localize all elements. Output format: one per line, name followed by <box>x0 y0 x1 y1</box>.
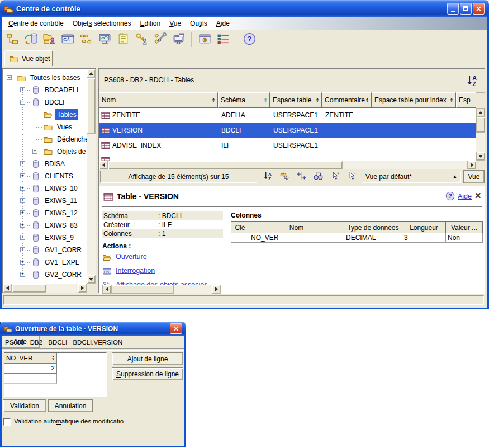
expand-icon[interactable]: + <box>20 173 25 178</box>
menu-item[interactable]: Vue <box>165 18 186 29</box>
column-header-esp[interactable]: Esp <box>456 92 476 108</box>
customize-columns-button[interactable] <box>293 171 310 183</box>
configuration-button[interactable] <box>153 32 168 47</box>
tree-item-label[interactable]: GV1_CORR <box>43 244 83 256</box>
tree-vscroll-up-button[interactable] <box>87 69 96 78</box>
expand-icon[interactable]: + <box>20 272 25 277</box>
list-hscroll-left-button[interactable] <box>99 161 108 169</box>
filter-button[interactable] <box>276 171 293 183</box>
expand-icon[interactable]: + <box>20 87 25 92</box>
column-header-commentaire[interactable]: Commentaire▲▼ <box>322 92 372 108</box>
expand-icon[interactable]: + <box>20 210 25 215</box>
delete-row-button[interactable]: Suppression de ligne <box>112 367 183 380</box>
list-hscroll-thumb[interactable] <box>108 161 343 169</box>
select-all-button[interactable] <box>326 171 343 183</box>
titlebar[interactable]: Centre de contrôle ✕ <box>0 0 489 17</box>
expand-icon[interactable]: + <box>20 198 25 203</box>
view-button[interactable]: Vue <box>463 170 485 183</box>
tools-setting-button[interactable] <box>197 32 212 47</box>
menu-item[interactable]: Centre de contrôle <box>4 18 68 29</box>
tree-hscroll-thumb[interactable] <box>12 284 46 293</box>
column-header-espace-table-pour-index[interactable]: Espace table pour index▲▼ <box>372 92 456 108</box>
tree-item-label[interactable]: GV1_EXPL <box>43 257 80 268</box>
expand-icon[interactable]: + <box>20 247 25 252</box>
detail-hscroll-thumb[interactable] <box>111 285 174 294</box>
task-center-button[interactable] <box>42 32 57 47</box>
table-row[interactable]: ADVISE_INDEXILFUSERSPACE1 <box>99 138 476 153</box>
expand-icon[interactable]: + <box>32 149 37 154</box>
tree-item[interactable]: +EXIWS_10 <box>3 182 87 195</box>
tree-vscroll-down-button[interactable] <box>87 275 96 284</box>
menu-item[interactable]: Edition <box>135 18 165 29</box>
action-link[interactable]: Ouverture <box>116 253 147 261</box>
tree-vscroll-thumb[interactable] <box>87 78 96 134</box>
commit-button[interactable]: Validation <box>3 399 46 412</box>
control-center-button[interactable] <box>5 32 20 47</box>
deselect-all-button[interactable] <box>343 171 360 183</box>
maximize-button[interactable] <box>460 3 472 15</box>
detail-hscroll-right-button[interactable] <box>212 285 221 294</box>
auto-commit-checkbox[interactable] <box>3 418 11 426</box>
grid-cell[interactable] <box>4 374 57 384</box>
list-vscroll-down-button[interactable] <box>476 152 485 161</box>
column-header-sch-ma[interactable]: Schéma▲▼ <box>218 92 270 108</box>
tree-item-label[interactable]: Déclenche <box>55 134 87 145</box>
tree-item[interactable]: +GV1_EXPL <box>3 256 87 268</box>
menu-item[interactable]: Objets sélectionnés <box>68 18 136 29</box>
tree-item-label[interactable]: BDISA <box>43 158 67 169</box>
collapse-icon[interactable]: − <box>20 100 25 105</box>
expand-icon[interactable]: + <box>20 186 25 191</box>
list-vscroll-thumb[interactable] <box>476 117 485 133</box>
list-hscroll-right-button[interactable] <box>467 161 476 169</box>
tree-item-label[interactable]: Toutes les bases <box>29 72 82 83</box>
tree-item-label[interactable]: EXIWS_83 <box>43 220 79 231</box>
tree-item[interactable]: +EXIWS_11 <box>3 195 87 207</box>
menu-item[interactable]: Outils <box>186 18 212 29</box>
detail-hscroll-left-button[interactable] <box>102 285 111 294</box>
menu-item[interactable]: Aide <box>212 18 234 29</box>
tree-item[interactable]: +BDISA <box>3 158 87 170</box>
grid-cell[interactable]: 2 <box>4 364 57 374</box>
replication-center-button[interactable] <box>23 32 39 47</box>
help-button[interactable]: ? <box>242 32 257 47</box>
tree-item[interactable]: Tables <box>3 109 87 121</box>
grid-column-header[interactable]: NO_VER ▲▼ <box>4 353 57 364</box>
legend-button[interactable] <box>216 32 231 47</box>
tree-hscroll-left-button[interactable] <box>3 284 12 293</box>
command-editor-button[interactable]: C:\ <box>60 32 75 47</box>
column-header-nom[interactable]: Nom▲▼ <box>99 92 218 108</box>
tree-item[interactable]: −Toutes les bases <box>3 72 87 84</box>
tree-item[interactable]: +BDCADELI <box>3 84 87 96</box>
tree-item-label[interactable]: EXIWS_11 <box>43 195 79 206</box>
tree-item[interactable]: +GV1_CORR <box>3 244 87 256</box>
sort-az-button[interactable]: AZ <box>259 171 276 183</box>
tree-item[interactable]: Déclenche <box>3 133 87 145</box>
information-center-button[interactable] <box>171 32 186 47</box>
expand-icon[interactable]: + <box>20 161 25 166</box>
close-button[interactable]: ✕ <box>473 3 485 15</box>
tree-item[interactable]: +EXIWS_9 <box>3 232 87 244</box>
tree-item-label[interactable]: Tables <box>55 109 78 120</box>
rollback-button[interactable]: Annulation <box>48 399 93 412</box>
flow-diagram-button[interactable] <box>79 32 94 47</box>
tree-item[interactable]: −BDCLI <box>3 96 87 109</box>
detail-close-icon[interactable]: ✕ <box>474 191 482 201</box>
expand-icon[interactable]: + <box>20 235 25 240</box>
action-link[interactable]: Interrogation <box>116 267 155 275</box>
tree-item-label[interactable]: Vues <box>55 121 74 133</box>
dialog-titlebar[interactable]: Ouverture de la table - VERSION <box>0 322 186 336</box>
help-link[interactable]: Aide <box>458 192 472 200</box>
table-row[interactable]: VERSIONBDCLIUSERSPACE1 <box>99 123 476 138</box>
tab-vue-objet[interactable]: Vue objet <box>4 50 53 66</box>
tree-item-label[interactable]: GV2_CORR <box>43 269 83 280</box>
tree-item[interactable]: +Objets de <box>3 145 87 158</box>
collapse-icon[interactable]: − <box>7 75 12 80</box>
dialog-close-button[interactable]: ✕ <box>170 323 182 334</box>
find-button[interactable] <box>310 171 326 183</box>
column-header-espace-table[interactable]: Espace table▲▼ <box>270 92 322 108</box>
tree-item-label[interactable]: BDCLI <box>43 97 66 108</box>
tree-item[interactable]: +GV2_CORR <box>3 268 87 281</box>
tree-item-label[interactable]: Objets de <box>55 146 87 157</box>
journal-button[interactable] <box>116 32 131 47</box>
add-row-button[interactable]: Ajout de ligne <box>112 352 183 365</box>
